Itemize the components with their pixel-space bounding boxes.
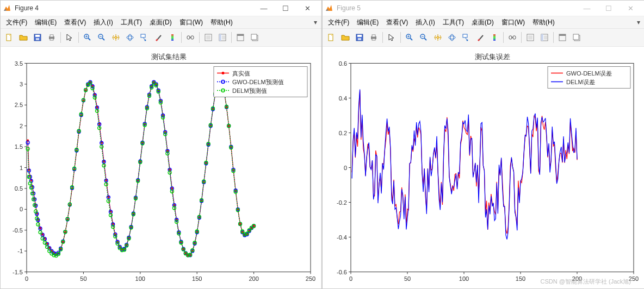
plottools-off-icon[interactable] — [202, 31, 215, 44]
close-button[interactable]: ✕ — [620, 1, 641, 15]
menu-window[interactable]: 窗口(W) — [498, 17, 528, 28]
svg-rect-26 — [206, 35, 210, 40]
svg-text:150: 150 — [516, 275, 525, 282]
save-icon[interactable] — [31, 31, 44, 44]
menu-window[interactable]: 窗口(W) — [176, 17, 206, 28]
menu-tools[interactable]: 工具(T) — [439, 17, 467, 28]
svg-line-8 — [88, 38, 90, 40]
series-line — [28, 82, 254, 255]
plot-area[interactable]: 050100150200250-1.5-1-0.500.511.522.533.… — [1, 47, 321, 288]
menu-view[interactable]: 查看(V) — [61, 17, 89, 28]
svg-rect-396 — [372, 39, 375, 40]
menu-help[interactable]: 帮助(H) — [207, 17, 236, 28]
open-file-icon[interactable] — [339, 31, 352, 44]
window-title: Figure 4 — [15, 4, 253, 12]
menu-file[interactable]: 文件(F) — [3, 17, 30, 28]
maximize-button[interactable]: ☐ — [598, 1, 620, 15]
svg-rect-392 — [357, 35, 362, 37]
plottools-on-icon[interactable] — [538, 31, 551, 44]
svg-text:50: 50 — [404, 275, 411, 282]
print-icon[interactable] — [367, 31, 380, 44]
link-icon[interactable] — [506, 31, 519, 44]
pan-icon[interactable] — [109, 31, 122, 44]
svg-text:200: 200 — [249, 275, 258, 282]
save-icon[interactable] — [353, 31, 366, 44]
brush-icon[interactable] — [152, 31, 165, 44]
svg-text:0: 0 — [349, 275, 352, 282]
menubar-overflow-icon[interactable]: ▾ — [312, 18, 319, 26]
zoom-in-icon[interactable] — [403, 31, 416, 44]
figure-window-5: Figure 5 — ☐ ✕ 文件(F) 编辑(E) 查看(V) 插入(I) 工… — [322, 0, 644, 289]
maximize-button[interactable]: ☐ — [275, 1, 296, 15]
link-icon[interactable] — [184, 31, 197, 44]
new-file-icon[interactable] — [325, 31, 338, 44]
svg-rect-3 — [36, 38, 39, 40]
svg-line-20 — [158, 35, 161, 39]
series-gwo-delm-error — [352, 90, 577, 234]
rotate3d-icon[interactable] — [445, 31, 459, 44]
menu-file[interactable]: 文件(F) — [325, 17, 352, 28]
series-delm-error — [352, 90, 577, 240]
svg-text:2.5: 2.5 — [15, 102, 23, 108]
plot-area[interactable]: 050100150200250-0.6-0.4-0.200.20.40.6测试集… — [323, 47, 644, 288]
data-cursor-icon[interactable] — [138, 31, 151, 44]
axes[interactable]: 050100150200250-0.6-0.4-0.200.20.40.6测试集… — [323, 47, 644, 288]
svg-rect-5 — [50, 35, 53, 37]
zoom-in-icon[interactable] — [81, 31, 94, 44]
svg-text:0.5: 0.5 — [15, 185, 23, 192]
menu-tools[interactable]: 工具(T) — [117, 17, 145, 28]
svg-point-385 — [222, 72, 225, 74]
pointer-icon[interactable] — [63, 31, 76, 44]
axes[interactable]: 050100150200250-1.5-1-0.500.511.522.533.… — [1, 47, 321, 288]
new-file-icon[interactable] — [3, 31, 16, 44]
svg-rect-28 — [219, 34, 221, 41]
plottools-on-icon[interactable] — [216, 31, 229, 44]
svg-text:-0.4: -0.4 — [337, 234, 347, 241]
svg-text:150: 150 — [192, 275, 202, 282]
svg-rect-424 — [351, 64, 634, 272]
minimize-button[interactable]: — — [576, 1, 598, 15]
zoom-out-icon[interactable] — [95, 31, 108, 44]
minimize-button[interactable]: — — [253, 1, 275, 15]
menu-insert[interactable]: 插入(I) — [90, 17, 116, 28]
svg-text:-1: -1 — [17, 248, 23, 254]
legend-entry: GWO-DELM预测值 — [232, 79, 284, 85]
close-button[interactable]: ✕ — [296, 1, 318, 15]
svg-rect-31 — [237, 34, 244, 36]
menu-view[interactable]: 查看(V) — [383, 17, 411, 28]
undock-icon[interactable] — [570, 31, 583, 44]
menu-desktop[interactable]: 桌面(D) — [146, 17, 175, 28]
menu-desktop[interactable]: 桌面(D) — [468, 17, 497, 28]
colorbar-icon[interactable] — [488, 31, 501, 44]
plottools-off-icon[interactable] — [524, 31, 537, 44]
matlab-icon — [3, 4, 11, 12]
svg-text:3.5: 3.5 — [15, 60, 23, 67]
pan-icon[interactable] — [431, 31, 444, 44]
svg-text:2: 2 — [20, 123, 23, 129]
dock-icon[interactable] — [556, 31, 569, 44]
brush-icon[interactable] — [474, 31, 487, 44]
svg-rect-418 — [541, 34, 543, 41]
series-line — [28, 81, 254, 256]
pointer-icon[interactable] — [385, 31, 398, 44]
svg-text:0.4: 0.4 — [339, 95, 347, 102]
svg-text:250: 250 — [629, 275, 639, 282]
print-icon[interactable] — [45, 31, 58, 44]
menu-edit[interactable]: 编辑(E) — [32, 17, 60, 28]
dock-icon[interactable] — [234, 31, 247, 44]
titlebar[interactable]: Figure 4 — ☐ ✕ — [1, 1, 321, 16]
svg-line-12 — [102, 38, 104, 40]
menu-edit[interactable]: 编辑(E) — [354, 17, 382, 28]
svg-line-410 — [480, 35, 483, 39]
menu-help[interactable]: 帮助(H) — [529, 17, 558, 28]
rotate3d-icon[interactable] — [123, 31, 137, 44]
menubar-overflow-icon[interactable]: ▾ — [635, 18, 642, 26]
legend-entry: DELM误差 — [566, 79, 595, 85]
zoom-out-icon[interactable] — [417, 31, 430, 44]
open-file-icon[interactable] — [17, 31, 30, 44]
undock-icon[interactable] — [248, 31, 261, 44]
titlebar[interactable]: Figure 5 — ☐ ✕ — [323, 1, 644, 16]
colorbar-icon[interactable] — [166, 31, 179, 44]
data-cursor-icon[interactable] — [460, 31, 473, 44]
menu-insert[interactable]: 插入(I) — [412, 17, 438, 28]
